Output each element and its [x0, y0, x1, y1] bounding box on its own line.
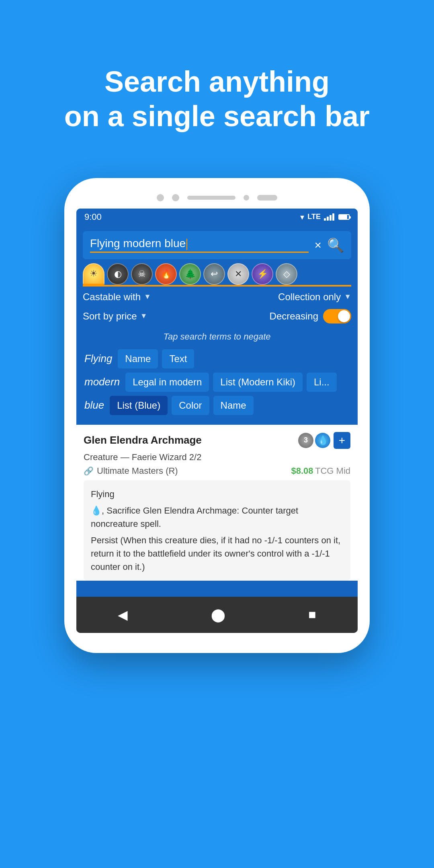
set-icon: 🔗: [84, 466, 94, 476]
card-header-right: 3 💧 +: [298, 432, 350, 449]
mana-symbol-arrow[interactable]: ↩: [203, 263, 225, 285]
status-right: ▾ LTE: [300, 212, 350, 222]
filter-row-1: Castable with ▼ Collection only ▼: [76, 287, 358, 307]
mana-symbol-skull[interactable]: ☠: [131, 263, 153, 285]
set-info: 🔗 Ultimate Masters (R): [84, 466, 178, 476]
sort-direction-label: Decreasing: [270, 311, 318, 322]
sort-arrow-icon: ▼: [140, 312, 147, 320]
card-header: Glen Elendra Archmage 3 💧 +: [84, 432, 350, 449]
back-button[interactable]: ◀: [110, 604, 136, 626]
oracle-line-2: 💧, Sacrifice Glen Elendra Archmage: Coun…: [91, 504, 343, 530]
bottom-navigation: ◀ ⬤ ■: [76, 597, 358, 633]
tag-legal-in-modern[interactable]: Legal in modern: [125, 373, 209, 392]
set-name: Ultimate Masters (R): [97, 466, 178, 476]
hint-text: Tap search terms to negate: [76, 328, 358, 346]
clear-button[interactable]: ×: [313, 237, 323, 254]
sort-by-price-dropdown[interactable]: Sort by price ▼: [83, 311, 147, 322]
price-value: $8.08: [291, 466, 313, 476]
search-button[interactable]: 🔍: [327, 237, 344, 253]
tags-row-modern: modern Legal in modern List (Modern Kiki…: [83, 373, 351, 392]
mana-symbol-bolt[interactable]: ⚡: [252, 263, 273, 285]
headline-line2: on a single search bar: [64, 100, 370, 132]
tag-color[interactable]: Color: [172, 396, 209, 415]
card-type: Creature — Faerie Wizard 2/2: [84, 452, 350, 463]
filter-row-2: Sort by price ▼ Decreasing: [76, 307, 358, 328]
card-result-archmage: Glen Elendra Archmage 3 💧 + Creature — F…: [76, 425, 358, 581]
keyword-modern: modern: [83, 373, 121, 391]
bar3: [330, 215, 332, 221]
collection-label: Collection only: [278, 291, 341, 303]
castable-label: Castable with: [83, 291, 141, 303]
oracle-line-1: Flying: [91, 487, 343, 501]
mana-symbol-sun[interactable]: ☀: [83, 263, 104, 285]
tag-name[interactable]: Name: [118, 349, 158, 368]
headline-line1: Search anything: [104, 66, 330, 98]
mana-symbol-tree[interactable]: 🌲: [179, 263, 201, 285]
keyword-flying: Flying: [83, 349, 114, 368]
recents-button[interactable]: ■: [300, 604, 324, 625]
tags-section: Flying Name Text modern Legal in modern …: [76, 346, 358, 425]
sort-label: Sort by price: [83, 311, 137, 322]
bar1: [324, 218, 326, 221]
search-bar[interactable]: Flying modern blue × 🔍: [83, 231, 351, 259]
oracle-line-3: Persist (When this creature dies, if it …: [91, 534, 343, 573]
mana-symbols-row: ☀ ◐ ☠ 🔥 🌲 ↩ ✕ ⚡ ◇: [76, 259, 358, 285]
search-input[interactable]: Flying modern blue: [90, 237, 309, 253]
results-area: Glen Elendra Archmage 3 💧 + Creature — F…: [76, 425, 358, 597]
headline-text: Search anything on a single search bar: [40, 64, 394, 134]
cursor: [186, 239, 187, 250]
mana-symbol-diamond[interactable]: ◇: [276, 263, 297, 285]
mana-symbol-fire[interactable]: 🔥: [155, 263, 177, 285]
battery-icon: [338, 214, 350, 220]
light-sensor: [244, 195, 249, 201]
tag-text[interactable]: Text: [162, 349, 194, 368]
tag-list-blue[interactable]: List (Blue): [110, 396, 168, 415]
castable-with-dropdown[interactable]: Castable with ▼: [83, 291, 151, 303]
keyword-blue: blue: [83, 396, 106, 415]
status-bar: 9:00 ▾ LTE: [76, 209, 358, 225]
card-mana-cost: 3 💧: [298, 433, 330, 448]
front-camera: [157, 194, 164, 201]
add-to-collection-button[interactable]: +: [334, 432, 350, 449]
search-bar-container: Flying modern blue × 🔍: [76, 225, 358, 259]
tag-name-blue[interactable]: Name: [213, 396, 254, 415]
mana-symbol-moon[interactable]: ◐: [107, 263, 129, 285]
mana-symbol-x[interactable]: ✕: [227, 263, 249, 285]
collection-arrow-icon: ▼: [344, 293, 351, 301]
card-set-row: 🔗 Ultimate Masters (R) $8.08 TCG Mid: [84, 466, 350, 476]
headline-container: Search anything on a single search bar: [16, 32, 418, 158]
bar4: [332, 213, 334, 221]
price-type: TCG Mid: [315, 466, 350, 476]
card-oracle-text: Flying 💧, Sacrifice Glen Elendra Archmag…: [84, 480, 350, 581]
mana-generic-3: 3: [298, 433, 313, 448]
phone-frame: 9:00 ▾ LTE Flying modern blue: [64, 178, 370, 653]
phone-screen: 9:00 ▾ LTE Flying modern blue: [76, 209, 358, 633]
tags-row-blue: blue List (Blue) Color Name: [83, 396, 351, 415]
proximity-sensor: [172, 194, 179, 201]
lte-indicator: LTE: [307, 213, 321, 221]
earpiece: [187, 196, 235, 200]
collection-only-dropdown[interactable]: Collection only ▼: [278, 291, 351, 303]
mana-blue-u: 💧: [315, 433, 330, 448]
wifi-icon: ▾: [300, 212, 304, 222]
phone-top-decoration: [76, 194, 358, 201]
decreasing-toggle-container: Decreasing: [270, 309, 351, 323]
card-name: Glen Elendra Archmage: [84, 434, 202, 446]
castable-arrow-icon: ▼: [144, 293, 151, 301]
tag-more[interactable]: Li...: [307, 373, 337, 392]
signal-bars: [324, 213, 334, 221]
battery-level: [339, 215, 347, 219]
toggle-knob: [338, 310, 350, 322]
status-time: 9:00: [84, 212, 102, 222]
home-button[interactable]: ⬤: [203, 604, 233, 626]
search-query-text: Flying modern blue: [90, 237, 186, 250]
price-info: $8.08 TCG Mid: [291, 466, 350, 476]
sort-direction-toggle[interactable]: [323, 309, 351, 323]
tag-list-modern-kiki[interactable]: List (Modern Kiki): [213, 373, 303, 392]
bar2: [327, 217, 329, 221]
partial-next-card: [76, 581, 358, 597]
tags-row-flying: Flying Name Text: [83, 349, 351, 368]
front-camera-2: [257, 195, 277, 201]
